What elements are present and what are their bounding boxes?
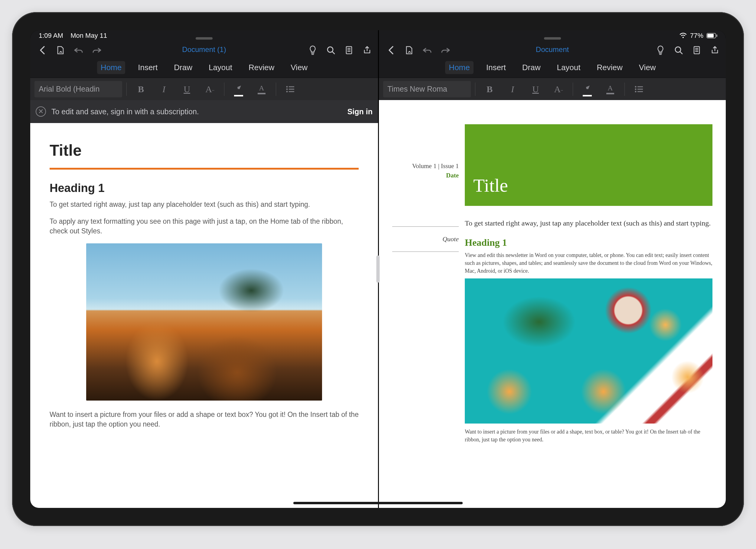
doc-image-beach[interactable] [86,243,322,401]
sign-in-button[interactable]: Sign in [347,107,373,116]
doc-paragraph-1[interactable]: To get started right away, just tap any … [50,200,359,209]
redo-button[interactable] [89,42,105,58]
search-button[interactable] [323,42,339,58]
newsletter-meta[interactable]: Volume 1 | Issue 1 Date [392,124,459,206]
doc-title-left[interactable]: Document (1) [182,45,226,54]
svg-rect-18 [637,91,643,92]
svg-rect-4 [346,47,352,54]
svg-rect-14 [637,86,643,87]
underline-button[interactable]: U [526,81,546,97]
battery-icon [706,33,717,38]
document-area-right[interactable]: Volume 1 | Issue 1 Date Title Quote [379,100,726,508]
tab-view[interactable]: View [287,61,311,74]
file-actions-button[interactable] [401,42,417,58]
title-bar-left: Document (1) [30,41,378,59]
svg-rect-1 [707,34,714,37]
tab-view[interactable]: View [635,61,660,74]
highlight-button[interactable] [229,81,249,97]
newsletter-date[interactable]: Date [392,172,459,179]
font-color-button[interactable]: A [600,81,620,97]
volume-issue[interactable]: Volume 1 | Issue 1 [392,162,459,170]
title-bar-right: Document [379,41,726,59]
separator [276,83,276,96]
file-actions-button[interactable] [53,42,68,58]
page-right[interactable]: Volume 1 | Issue 1 Date Title Quote [379,100,726,508]
redo-button[interactable] [438,42,453,58]
search-button[interactable] [671,42,686,58]
separator [126,83,127,96]
tab-home[interactable]: Home [97,61,125,74]
tab-insert[interactable]: Insert [483,61,510,74]
doc-title-right[interactable]: Document [536,45,569,54]
ipad-frame: 1:09 AM Mon May 11 77% [12,12,744,526]
share-button[interactable] [707,42,723,58]
intro-text[interactable]: To get started right away, just tap any … [465,218,712,229]
font-selector[interactable]: Arial Bold (Headin [34,81,122,97]
doc-paragraph-2[interactable]: To apply any text formatting you see on … [50,216,359,236]
share-button[interactable] [359,42,375,58]
tab-draw[interactable]: Draw [519,61,544,74]
highlight-button[interactable] [577,81,597,97]
bold-button[interactable]: B [131,81,151,97]
newsletter-heading[interactable]: Heading 1 [465,237,712,248]
svg-point-9 [286,91,288,92]
font-selector[interactable]: Times New Roma [383,81,471,97]
doc-heading[interactable]: Heading 1 [50,182,359,195]
document-area-left[interactable]: Title Heading 1 To get started right awa… [30,123,378,508]
split-view-grabber[interactable] [376,255,380,283]
orange-rule [50,168,359,170]
ideas-button[interactable] [305,42,321,58]
ideas-button[interactable] [653,42,668,58]
ribbon-right: Times New Roma B I U A.. A [379,78,726,100]
dismiss-info-button[interactable]: ✕ [36,106,46,117]
status-time: 1:09 AM [39,32,63,39]
underline-button[interactable]: U [177,81,197,97]
tab-layout[interactable]: Layout [205,61,236,74]
svg-rect-6 [289,86,294,87]
svg-rect-8 [289,89,294,89]
back-button[interactable] [34,42,50,58]
tab-insert[interactable]: Insert [134,61,161,74]
bold-button[interactable]: B [480,81,500,97]
svg-rect-2 [716,34,717,37]
svg-point-17 [635,91,637,92]
bullets-button[interactable] [280,81,300,97]
more-font-button[interactable]: A.. [549,81,569,97]
ribbon-tabs-left: Home Insert Draw Layout Review View [30,59,378,78]
tab-review[interactable]: Review [593,61,626,74]
status-left: 1:09 AM Mon May 11 [39,32,107,40]
banner-title-text[interactable]: Title [473,175,508,196]
undo-button[interactable] [419,42,435,58]
reading-view-button[interactable] [341,42,357,58]
home-indicator[interactable] [293,502,463,504]
doc-title-text[interactable]: Title [50,141,359,159]
more-font-button[interactable]: A.. [200,81,220,97]
back-button[interactable] [383,42,399,58]
bullets-button[interactable] [629,81,649,97]
font-color-button[interactable]: A [252,81,272,97]
separator [624,83,625,96]
newsletter-body[interactable]: View and edit this newsletter in Word on… [465,251,712,275]
doc-image-apricots[interactable] [465,278,712,424]
tab-layout[interactable]: Layout [553,61,584,74]
svg-point-7 [286,88,288,90]
reading-view-button[interactable] [689,42,705,58]
svg-point-3 [327,47,333,52]
ribbon-left: Arial Bold (Headin B I U A.. A [30,78,378,100]
screen: 1:09 AM Mon May 11 77% [30,30,726,508]
wifi-icon [679,33,687,39]
italic-button[interactable]: I [154,81,174,97]
quote-box[interactable]: Quote [392,235,459,243]
svg-rect-0 [707,33,716,38]
newsletter-caption[interactable]: Want to insert a picture from your files… [465,428,712,443]
tab-draw[interactable]: Draw [170,61,196,74]
undo-button[interactable] [71,42,86,58]
tab-home[interactable]: Home [445,61,473,74]
title-banner[interactable]: Title [465,124,712,206]
italic-button[interactable]: I [503,81,523,97]
doc-paragraph-3[interactable]: Want to insert a picture from your files… [50,410,359,429]
tab-review[interactable]: Review [245,61,278,74]
svg-rect-12 [694,47,699,54]
svg-point-5 [286,86,288,87]
page-left[interactable]: Title Heading 1 To get started right awa… [30,123,378,508]
